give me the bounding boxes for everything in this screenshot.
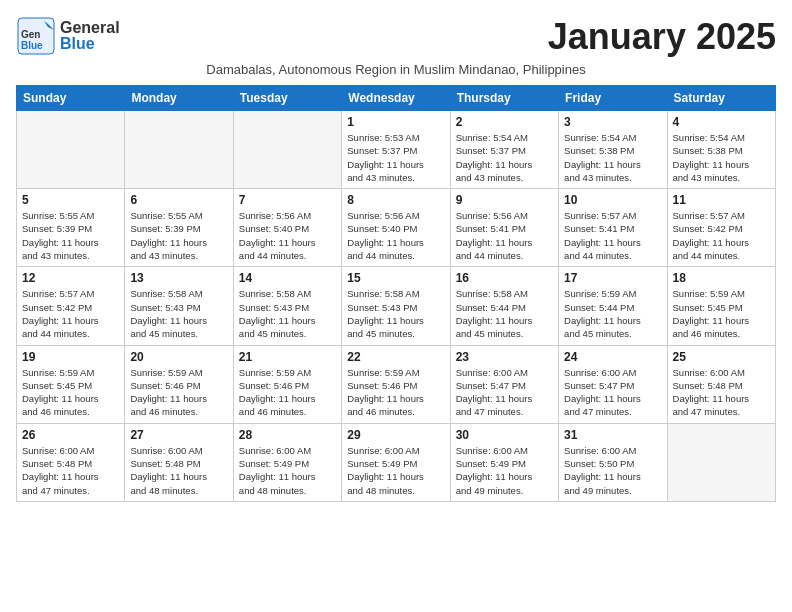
calendar-cell: 31Sunrise: 6:00 AMSunset: 5:50 PMDayligh… xyxy=(559,423,667,501)
calendar-cell: 19Sunrise: 5:59 AMSunset: 5:45 PMDayligh… xyxy=(17,345,125,423)
day-info: Sunrise: 6:00 AMSunset: 5:50 PMDaylight:… xyxy=(564,444,661,497)
week-row-1: 1Sunrise: 5:53 AMSunset: 5:37 PMDaylight… xyxy=(17,111,776,189)
day-number: 9 xyxy=(456,193,553,207)
day-info: Sunrise: 5:59 AMSunset: 5:45 PMDaylight:… xyxy=(22,366,119,419)
day-number: 22 xyxy=(347,350,444,364)
day-info: Sunrise: 5:58 AMSunset: 5:43 PMDaylight:… xyxy=(239,287,336,340)
day-number: 29 xyxy=(347,428,444,442)
week-row-5: 26Sunrise: 6:00 AMSunset: 5:48 PMDayligh… xyxy=(17,423,776,501)
calendar-cell: 1Sunrise: 5:53 AMSunset: 5:37 PMDaylight… xyxy=(342,111,450,189)
day-number: 1 xyxy=(347,115,444,129)
day-number: 12 xyxy=(22,271,119,285)
column-header-wednesday: Wednesday xyxy=(342,86,450,111)
column-header-saturday: Saturday xyxy=(667,86,775,111)
calendar-cell: 29Sunrise: 6:00 AMSunset: 5:49 PMDayligh… xyxy=(342,423,450,501)
svg-text:Gen: Gen xyxy=(21,29,40,40)
calendar-cell: 20Sunrise: 5:59 AMSunset: 5:46 PMDayligh… xyxy=(125,345,233,423)
header-row: SundayMondayTuesdayWednesdayThursdayFrid… xyxy=(17,86,776,111)
day-number: 31 xyxy=(564,428,661,442)
column-header-thursday: Thursday xyxy=(450,86,558,111)
calendar-cell xyxy=(125,111,233,189)
calendar-cell xyxy=(667,423,775,501)
calendar-cell: 12Sunrise: 5:57 AMSunset: 5:42 PMDayligh… xyxy=(17,267,125,345)
day-number: 14 xyxy=(239,271,336,285)
logo-text: General Blue xyxy=(60,20,120,52)
logo-blue-text: Blue xyxy=(60,36,120,52)
calendar-cell: 30Sunrise: 6:00 AMSunset: 5:49 PMDayligh… xyxy=(450,423,558,501)
calendar-cell: 27Sunrise: 6:00 AMSunset: 5:48 PMDayligh… xyxy=(125,423,233,501)
day-number: 10 xyxy=(564,193,661,207)
day-number: 8 xyxy=(347,193,444,207)
calendar-cell: 14Sunrise: 5:58 AMSunset: 5:43 PMDayligh… xyxy=(233,267,341,345)
calendar-cell xyxy=(233,111,341,189)
day-number: 13 xyxy=(130,271,227,285)
day-number: 11 xyxy=(673,193,770,207)
day-info: Sunrise: 5:55 AMSunset: 5:39 PMDaylight:… xyxy=(130,209,227,262)
calendar-table: SundayMondayTuesdayWednesdayThursdayFrid… xyxy=(16,85,776,502)
svg-text:Blue: Blue xyxy=(21,40,43,51)
calendar-cell: 24Sunrise: 6:00 AMSunset: 5:47 PMDayligh… xyxy=(559,345,667,423)
day-number: 16 xyxy=(456,271,553,285)
logo-general-text: General xyxy=(60,20,120,36)
day-info: Sunrise: 5:59 AMSunset: 5:46 PMDaylight:… xyxy=(130,366,227,419)
calendar-cell: 2Sunrise: 5:54 AMSunset: 5:37 PMDaylight… xyxy=(450,111,558,189)
calendar-body: 1Sunrise: 5:53 AMSunset: 5:37 PMDaylight… xyxy=(17,111,776,502)
calendar-cell: 16Sunrise: 5:58 AMSunset: 5:44 PMDayligh… xyxy=(450,267,558,345)
day-info: Sunrise: 5:59 AMSunset: 5:46 PMDaylight:… xyxy=(239,366,336,419)
day-number: 27 xyxy=(130,428,227,442)
day-info: Sunrise: 5:56 AMSunset: 5:40 PMDaylight:… xyxy=(347,209,444,262)
calendar-cell: 23Sunrise: 6:00 AMSunset: 5:47 PMDayligh… xyxy=(450,345,558,423)
day-number: 21 xyxy=(239,350,336,364)
day-info: Sunrise: 6:00 AMSunset: 5:47 PMDaylight:… xyxy=(456,366,553,419)
calendar-cell: 28Sunrise: 6:00 AMSunset: 5:49 PMDayligh… xyxy=(233,423,341,501)
calendar-cell: 18Sunrise: 5:59 AMSunset: 5:45 PMDayligh… xyxy=(667,267,775,345)
subtitle: Damabalas, Autonomous Region in Muslim M… xyxy=(16,62,776,77)
day-number: 2 xyxy=(456,115,553,129)
day-info: Sunrise: 6:00 AMSunset: 5:47 PMDaylight:… xyxy=(564,366,661,419)
week-row-2: 5Sunrise: 5:55 AMSunset: 5:39 PMDaylight… xyxy=(17,189,776,267)
day-number: 18 xyxy=(673,271,770,285)
day-info: Sunrise: 5:58 AMSunset: 5:43 PMDaylight:… xyxy=(130,287,227,340)
day-info: Sunrise: 5:59 AMSunset: 5:46 PMDaylight:… xyxy=(347,366,444,419)
day-info: Sunrise: 5:57 AMSunset: 5:41 PMDaylight:… xyxy=(564,209,661,262)
day-number: 4 xyxy=(673,115,770,129)
day-info: Sunrise: 5:54 AMSunset: 5:38 PMDaylight:… xyxy=(673,131,770,184)
day-info: Sunrise: 6:00 AMSunset: 5:49 PMDaylight:… xyxy=(239,444,336,497)
day-info: Sunrise: 5:59 AMSunset: 5:44 PMDaylight:… xyxy=(564,287,661,340)
calendar-cell: 22Sunrise: 5:59 AMSunset: 5:46 PMDayligh… xyxy=(342,345,450,423)
day-info: Sunrise: 5:56 AMSunset: 5:40 PMDaylight:… xyxy=(239,209,336,262)
calendar-header: SundayMondayTuesdayWednesdayThursdayFrid… xyxy=(17,86,776,111)
calendar-cell: 26Sunrise: 6:00 AMSunset: 5:48 PMDayligh… xyxy=(17,423,125,501)
day-info: Sunrise: 5:58 AMSunset: 5:44 PMDaylight:… xyxy=(456,287,553,340)
calendar-cell: 6Sunrise: 5:55 AMSunset: 5:39 PMDaylight… xyxy=(125,189,233,267)
day-info: Sunrise: 5:57 AMSunset: 5:42 PMDaylight:… xyxy=(22,287,119,340)
day-number: 24 xyxy=(564,350,661,364)
day-info: Sunrise: 6:00 AMSunset: 5:49 PMDaylight:… xyxy=(456,444,553,497)
day-number: 7 xyxy=(239,193,336,207)
calendar-cell: 15Sunrise: 5:58 AMSunset: 5:43 PMDayligh… xyxy=(342,267,450,345)
day-number: 19 xyxy=(22,350,119,364)
calendar-cell: 5Sunrise: 5:55 AMSunset: 5:39 PMDaylight… xyxy=(17,189,125,267)
calendar-cell: 25Sunrise: 6:00 AMSunset: 5:48 PMDayligh… xyxy=(667,345,775,423)
day-number: 20 xyxy=(130,350,227,364)
day-number: 5 xyxy=(22,193,119,207)
calendar-cell: 11Sunrise: 5:57 AMSunset: 5:42 PMDayligh… xyxy=(667,189,775,267)
day-info: Sunrise: 5:56 AMSunset: 5:41 PMDaylight:… xyxy=(456,209,553,262)
calendar-cell: 7Sunrise: 5:56 AMSunset: 5:40 PMDaylight… xyxy=(233,189,341,267)
day-info: Sunrise: 5:54 AMSunset: 5:37 PMDaylight:… xyxy=(456,131,553,184)
column-header-monday: Monday xyxy=(125,86,233,111)
day-number: 30 xyxy=(456,428,553,442)
calendar-cell: 3Sunrise: 5:54 AMSunset: 5:38 PMDaylight… xyxy=(559,111,667,189)
logo: Gen Blue General Blue xyxy=(16,16,120,56)
day-info: Sunrise: 5:59 AMSunset: 5:45 PMDaylight:… xyxy=(673,287,770,340)
column-header-sunday: Sunday xyxy=(17,86,125,111)
day-info: Sunrise: 6:00 AMSunset: 5:48 PMDaylight:… xyxy=(22,444,119,497)
header: Gen Blue General Blue January 2025 xyxy=(16,16,776,58)
day-info: Sunrise: 6:00 AMSunset: 5:49 PMDaylight:… xyxy=(347,444,444,497)
day-info: Sunrise: 5:53 AMSunset: 5:37 PMDaylight:… xyxy=(347,131,444,184)
day-number: 23 xyxy=(456,350,553,364)
calendar-cell: 13Sunrise: 5:58 AMSunset: 5:43 PMDayligh… xyxy=(125,267,233,345)
calendar-cell: 10Sunrise: 5:57 AMSunset: 5:41 PMDayligh… xyxy=(559,189,667,267)
month-title: January 2025 xyxy=(548,16,776,58)
day-number: 26 xyxy=(22,428,119,442)
